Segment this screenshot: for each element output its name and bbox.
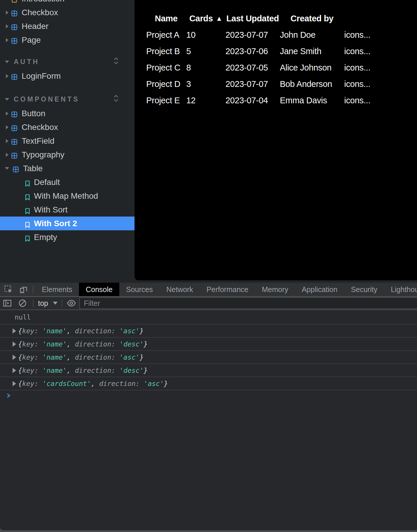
console-message: {key: 'name', direction: 'desc'} <box>0 364 417 377</box>
sidebar-item-label: With Sort <box>34 205 68 214</box>
sidebar-item-button[interactable]: Button <box>0 107 135 120</box>
caret-expanded-icon[interactable] <box>5 167 9 170</box>
sidebar-section-auth[interactable]: AUTH <box>0 54 135 69</box>
expand-collapse-all-icon[interactable] <box>112 94 120 104</box>
sidebar-section-components[interactable]: COMPONENTS <box>0 92 135 107</box>
sidebar-item-checkbox[interactable]: Checkbox <box>0 6 135 19</box>
clear-console-icon[interactable] <box>18 298 27 308</box>
inspect-element-icon[interactable] <box>4 284 13 294</box>
caret-collapsed-icon[interactable] <box>6 74 8 78</box>
sidebar-item-default[interactable]: Default <box>0 175 135 189</box>
table-cell-name: Project A <box>146 27 186 43</box>
sidebar-item-checkbox[interactable]: Checkbox <box>0 120 135 134</box>
header-label: Created by <box>291 14 334 23</box>
sidebar-item-with-sort[interactable]: With Sort <box>0 203 135 217</box>
sidebar-item-table[interactable]: Table <box>0 162 135 175</box>
sidebar-item-label: Page <box>22 35 41 45</box>
sidebar-item-header[interactable]: Header <box>0 19 135 33</box>
caret-collapsed-icon[interactable] <box>6 125 8 129</box>
expand-triangle-icon[interactable] <box>13 328 16 334</box>
table-header-created-by[interactable]: Created by <box>280 10 344 27</box>
table-cell-updated: 2023-07-04 <box>225 92 280 109</box>
table-cell-cards: 12 <box>186 92 225 109</box>
object-preview: {key: 'name', direction: 'desc'} <box>18 367 148 374</box>
header-label: Last Updated <box>226 14 279 23</box>
component-grid-icon <box>11 9 18 16</box>
preview-table: NameCards▲Last UpdatedCreated byProject … <box>146 10 397 109</box>
expand-triangle-icon[interactable] <box>13 368 16 373</box>
table-cell-name: Project C <box>146 59 186 76</box>
preview-token: key: <box>22 367 42 374</box>
execution-context-selector[interactable]: top <box>38 299 58 308</box>
expand-triangle-icon[interactable] <box>13 381 16 386</box>
story-bookmark-icon <box>25 207 30 213</box>
tab-sources[interactable]: Sources <box>119 283 160 296</box>
app-root: IntroductionCheckboxHeaderPageAUTHLoginF… <box>0 0 417 532</box>
tab-performance[interactable]: Performance <box>200 283 255 296</box>
live-expression-eye-icon[interactable] <box>66 298 76 308</box>
caret-collapsed-icon[interactable] <box>6 139 8 143</box>
table-header-last-updated[interactable]: Last Updated <box>225 10 280 27</box>
preview-token: { <box>18 380 22 387</box>
caret-collapsed-icon[interactable] <box>6 111 8 116</box>
storybook-canvas: NameCards▲Last UpdatedCreated byProject … <box>135 0 417 280</box>
header-label: Name <box>155 14 178 23</box>
sidebar-item-loginform[interactable]: LoginForm <box>0 69 135 83</box>
component-grid-icon <box>11 124 18 131</box>
tab-memory[interactable]: Memory <box>255 283 295 296</box>
caret-collapsed-icon[interactable] <box>6 24 8 28</box>
prompt-chevron-icon <box>6 392 11 400</box>
object-preview: {key: 'name', direction: 'asc'} <box>18 353 144 361</box>
console-prompt[interactable] <box>0 390 417 402</box>
device-toolbar-icon[interactable] <box>19 284 29 294</box>
sidebar-item-label: Checkbox <box>22 123 58 132</box>
table-cell-cards: 3 <box>186 76 225 92</box>
filter-input[interactable] <box>80 299 417 308</box>
tab-lighthouse[interactable]: Lighthouse <box>384 283 417 296</box>
object-preview: {key: 'name', direction: 'desc'} <box>18 340 148 348</box>
storybook-panel: IntroductionCheckboxHeaderPageAUTHLoginF… <box>0 0 417 283</box>
sidebar-item-typography[interactable]: Typography <box>0 148 135 162</box>
preview-token: } <box>139 353 144 361</box>
tab-elements[interactable]: Elements <box>35 283 79 296</box>
table-cell-icons: icons... <box>344 76 397 92</box>
tab-security[interactable]: Security <box>344 283 384 296</box>
preview-token: 'cardsCount' <box>42 380 91 387</box>
tab-network[interactable]: Network <box>160 283 200 296</box>
preview-token: , <box>67 353 75 361</box>
sidebar-item-introduction[interactable]: Introduction <box>0 0 135 6</box>
preview-token: { <box>18 327 22 335</box>
table-header-name[interactable]: Name <box>146 10 186 27</box>
sidebar-item-with-sort-2[interactable]: With Sort 2 <box>0 217 135 230</box>
devtools-tabbar: ElementsConsoleSourcesNetworkPerformance… <box>0 283 417 297</box>
story-bookmark-icon <box>25 179 30 185</box>
table-header-cards[interactable]: Cards▲ <box>186 10 225 27</box>
tab-application[interactable]: Application <box>295 283 344 296</box>
expand-triangle-icon[interactable] <box>13 341 16 347</box>
section-collapse-caret-icon <box>5 61 9 63</box>
sidebar-item-label: TextField <box>22 136 54 146</box>
caret-collapsed-icon[interactable] <box>6 38 8 42</box>
expand-triangle-icon[interactable] <box>13 355 16 360</box>
preview-token: } <box>139 327 144 335</box>
tab-console[interactable]: Console <box>79 283 119 296</box>
sidebar-item-with-map-method[interactable]: With Map Method <box>0 189 135 203</box>
story-bookmark-icon <box>25 221 30 226</box>
preview-token: } <box>144 367 148 374</box>
sidebar-item-label: Empty <box>34 233 57 242</box>
sidebar-item-page[interactable]: Page <box>0 33 135 47</box>
story-bookmark-icon <box>25 193 30 199</box>
console-sidebar-icon[interactable] <box>2 298 12 308</box>
preview-token: 'name' <box>42 327 67 335</box>
sidebar-item-textfield[interactable]: TextField <box>0 134 135 148</box>
caret-collapsed-icon[interactable] <box>6 11 8 15</box>
preview-token: , <box>67 327 75 335</box>
docs-page-icon <box>11 0 18 2</box>
expand-collapse-all-icon[interactable] <box>112 56 120 67</box>
preview-token: direction: <box>75 353 119 361</box>
caret-collapsed-icon[interactable] <box>6 153 8 157</box>
preview-token: key: <box>22 340 42 348</box>
preview-token: direction: <box>99 380 144 387</box>
table-cell-cards: 10 <box>186 27 225 43</box>
sidebar-item-empty[interactable]: Empty <box>0 230 135 244</box>
